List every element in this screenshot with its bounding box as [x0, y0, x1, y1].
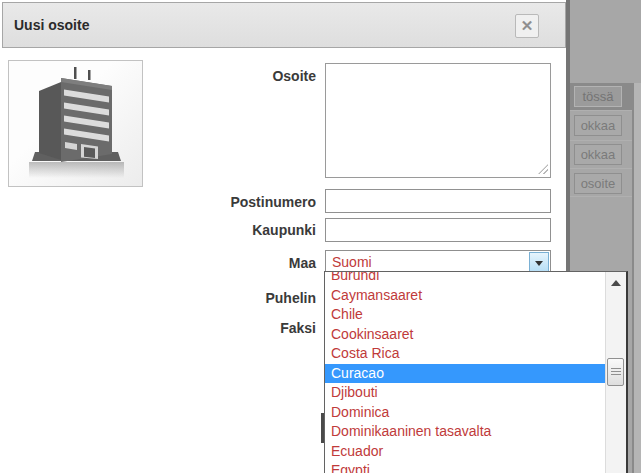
scrollbar-thumb[interactable]: [607, 358, 624, 386]
country-option[interactable]: Dominikaaninen tasavalta: [325, 422, 606, 442]
scroll-up-button[interactable]: [606, 272, 626, 292]
background-row-divider: [566, 140, 632, 141]
label-osoite: Osoite: [120, 68, 316, 84]
arrow-up-icon: [611, 280, 621, 286]
label-kaupunki: Kaupunki: [120, 222, 316, 238]
country-option[interactable]: Cookinsaaret: [325, 325, 606, 345]
postal-code-input[interactable]: [325, 189, 551, 213]
screen: tössä okkaa okkaa osoite Uusi osoite ✕: [0, 0, 641, 473]
country-option-highlighted[interactable]: Curacao: [325, 364, 606, 384]
country-option[interactable]: Egypti: [325, 461, 606, 473]
country-option[interactable]: Djibouti: [325, 383, 606, 403]
country-option[interactable]: Caymansaaret: [325, 286, 606, 306]
dropdown-scrollbar[interactable]: [605, 272, 626, 473]
label-maa: Maa: [120, 255, 316, 271]
country-option-list: Burundi Caymansaaret Chile Cookinsaaret …: [325, 271, 606, 473]
country-option[interactable]: Ecuador: [325, 442, 606, 462]
background-scrollbar[interactable]: [634, 83, 641, 473]
country-option[interactable]: Dominica: [325, 403, 606, 423]
background-row-divider: [566, 168, 632, 169]
country-option[interactable]: Chile: [325, 305, 606, 325]
background-button-uusi-osoite[interactable]: osoite: [574, 173, 622, 194]
dialog-title: Uusi osoite: [14, 3, 89, 47]
country-option[interactable]: Costa Rica: [325, 344, 606, 364]
background-row-divider: [566, 110, 632, 111]
background-button-kaytossa[interactable]: tössä: [574, 86, 622, 107]
country-select-open-button[interactable]: [529, 252, 549, 272]
background-button-muokkaa-2[interactable]: okkaa: [574, 144, 622, 165]
country-option[interactable]: Burundi: [325, 271, 606, 286]
dialog-titlebar: Uusi osoite ✕: [2, 2, 566, 48]
country-dropdown-popup: Burundi Caymansaaret Chile Cookinsaaret …: [324, 271, 628, 473]
scrollbar-grip-icon: [611, 368, 621, 376]
address-textarea[interactable]: [325, 63, 551, 178]
close-button[interactable]: ✕: [515, 14, 539, 38]
address-textarea-wrap: [325, 63, 551, 178]
label-postinumero: Postinumero: [120, 194, 316, 210]
country-select-value: Suomi: [332, 251, 372, 273]
background-button-muokkaa-1[interactable]: okkaa: [574, 115, 622, 136]
chevron-down-icon: [535, 261, 543, 266]
label-puhelin: Puhelin: [120, 290, 316, 306]
label-faksi: Faksi: [120, 320, 316, 336]
background-row-divider: [566, 196, 632, 197]
city-input[interactable]: [325, 218, 551, 242]
close-icon: ✕: [521, 17, 534, 34]
